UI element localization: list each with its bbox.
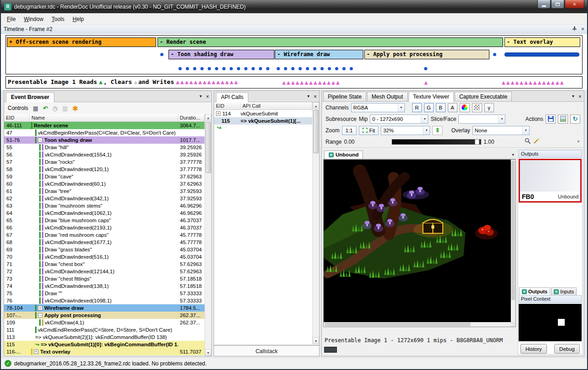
column-name[interactable]: Name (30, 114, 178, 121)
event-row[interactable]: 70vkCmdDrawIndexed(516,1)45.03704 (4, 253, 205, 261)
event-row[interactable]: 68vkCmdDrawIndexed(1677,1)45.77778 (4, 239, 205, 246)
event-row[interactable]: 60vkCmdDrawIndexed(60,1)37.62963 (4, 180, 205, 188)
event-row[interactable]: 58vkCmdDrawIndexed(120,1)37.77778 (4, 166, 205, 173)
event-row[interactable]: 59Draw "cave"37.62963 (4, 173, 205, 180)
event-row[interactable]: 109vkCmdDraw(4,1)262.37... (4, 319, 205, 326)
api-call-row[interactable]: +114vkQueueSubmit (214, 110, 312, 117)
timeline-bar-wireframe[interactable]: - Wireframe draw (275, 50, 363, 59)
write-triangles-cluster[interactable]: ▲▲▲▲▲▲▲▲▲▲▲▲▲ (282, 77, 341, 88)
callstack-section[interactable]: Callstack (214, 345, 319, 356)
expander-icon[interactable]: − (38, 313, 42, 318)
goto-resource-button[interactable]: ↻ (570, 115, 580, 124)
event-row[interactable]: 67Draw "red mushroom caps"45.77778 (4, 231, 205, 239)
event-row[interactable]: 76vkCmdDrawIndexed(1098,1)57.33333 (4, 297, 205, 304)
event-row[interactable]: 62vkCmdDrawIndexed(342,1)37.92593 (4, 195, 205, 202)
write-triangles-cluster[interactable]: ▲ (424, 77, 429, 88)
timeline-event-dot[interactable] (493, 53, 496, 56)
channels-select[interactable]: RGBA ▾ (351, 103, 405, 112)
event-row[interactable]: 78-104+Wireframe draw1784.5... (4, 304, 205, 312)
timeline-bar-render-scene[interactable]: - Render scene (158, 37, 503, 47)
column-eid[interactable]: EID (4, 114, 30, 121)
timeline-draw-dots-postproc[interactable] (424, 65, 431, 72)
timeline-bar-toon[interactable]: - Toon shading draw (168, 50, 274, 59)
event-row[interactable]: 107-...−Apply post processing262.37... (4, 312, 205, 319)
expander-icon[interactable]: + (34, 349, 38, 354)
texture-tab-unbound[interactable]: R Unbound (324, 151, 363, 159)
timeline-canvas[interactable]: + Off-screen scene rendering - Render sc… (5, 35, 583, 74)
slice-face-select[interactable]: ▾ (458, 115, 505, 124)
range-options-icon[interactable]: ▼ (577, 140, 580, 144)
save-texture-button[interactable] (546, 115, 556, 124)
menu-help[interactable]: Help (68, 14, 88, 24)
event-row[interactable]: 63Draw "mushroom stems"46.96296 (4, 202, 205, 209)
menu-file[interactable]: File (3, 14, 20, 24)
event-row[interactable]: 113=> vkQueueSubmit(2)[1]: vkEndCommandB… (4, 334, 205, 341)
timeline-draw-dots-toon[interactable] (178, 65, 273, 72)
write-triangles-cluster[interactable]: ▲▲▲▲▲▲▲▲▲▲▲▲▲▲ (176, 78, 239, 85)
zoom-select[interactable]: 32% ▾ (381, 126, 430, 135)
api-call-row[interactable]: 115=> vkQueueSubmit(1)[... (214, 117, 312, 125)
api-calls-scrollbar[interactable]: ▲ ▼ (312, 102, 319, 344)
time-durations-icon[interactable]: ◷ (52, 105, 58, 111)
event-row[interactable]: 55Draw "hill"39.25926 (4, 144, 205, 151)
panel-close-icon[interactable]: × (206, 94, 209, 100)
bookmark-icon[interactable]: ✱ (73, 105, 79, 111)
panel-menu-icon[interactable]: ▾ (572, 94, 574, 100)
event-row[interactable]: 116-...+Text overlay511.7037 (4, 348, 205, 355)
menu-tools[interactable]: Tools (47, 14, 68, 24)
browse-icon[interactable]: ▦ (33, 105, 38, 111)
debug-button[interactable]: Debug (554, 344, 580, 354)
range-slider-handle[interactable] (475, 139, 479, 145)
column-duration[interactable]: Duratio... (178, 114, 205, 121)
event-row[interactable]: 51-76−Toon shading draw1017.7... (4, 136, 205, 144)
scrollbar-thumb[interactable] (325, 323, 471, 326)
texture-image[interactable] (324, 160, 511, 322)
viewport-vscrollbar[interactable] (511, 160, 515, 322)
gamma-button[interactable]: γ (484, 103, 494, 112)
expander-icon[interactable]: − (38, 138, 42, 142)
event-row[interactable]: 74vkCmdDrawIndexed(138,1)57.18518 (4, 282, 205, 290)
range-max-value[interactable]: 1.00 (483, 139, 494, 145)
timeline-draw-dots-wireframe[interactable] (277, 65, 357, 72)
tab-event-browser[interactable]: Event Browser (6, 92, 54, 102)
fb0-preview[interactable] (520, 160, 580, 192)
event-row[interactable]: 72vkCmdDrawIndexed(12144,1)57.62963 (4, 268, 205, 275)
panel-close-icon[interactable]: × (314, 94, 317, 100)
scroll-down-icon[interactable]: ▼ (205, 349, 211, 356)
channel-g-button[interactable]: G (424, 103, 434, 112)
tab-list-icon[interactable]: ▾ (512, 152, 514, 157)
minimize-button[interactable] (537, 0, 551, 9)
event-row[interactable]: 115↪=> vkQueueSubmit(1)[0]: vkBeginComma… (4, 341, 205, 348)
timeline-text-overlay-span[interactable] (504, 52, 579, 57)
event-row[interactable]: 66vkCmdDrawIndexed(2193,1)46.37037 (4, 224, 205, 231)
stats-icon[interactable]: ▥ (62, 105, 68, 111)
overlay-select[interactable]: None ▾ (472, 126, 530, 135)
panel-menu-icon[interactable]: ▾ (307, 94, 310, 100)
channel-b-button[interactable]: B (436, 103, 446, 112)
tab-api-calls[interactable]: API Calls (216, 92, 248, 102)
scroll-down-icon[interactable]: ▼ (313, 337, 319, 344)
expander-icon[interactable]: + (38, 306, 42, 310)
write-triangles-cluster[interactable]: ▲▲▲▲▲▲▲▲▲▲▲▲▲▲ (502, 77, 565, 88)
timeline-bar-postproc[interactable]: - Apply post processing (364, 50, 489, 59)
event-row[interactable]: 57Draw "rocks"37.77778 (4, 158, 205, 166)
tab-pipeline-state[interactable]: Pipeline State (323, 92, 366, 101)
close-button[interactable]: × (565, 0, 584, 9)
event-row[interactable]: 111vkCmdEndRenderPass(C=Store, D=Store, … (4, 326, 205, 334)
event-row[interactable]: 56vkCmdDrawIndexed(1554,1)39.25926 (4, 151, 205, 158)
channel-a-button[interactable]: A (448, 103, 457, 112)
tab-capture-executable[interactable]: Capture Executable (455, 92, 512, 101)
event-row[interactable]: 64vkCmdDrawIndexed(1062,1)46.96296 (4, 209, 205, 217)
range-slider[interactable] (392, 139, 481, 145)
event-row[interactable]: 75Draw ""57.33333 (4, 290, 205, 297)
column-eid[interactable]: EID (214, 102, 241, 109)
background-checker-button[interactable] (472, 103, 482, 112)
scroll-up-icon[interactable]: ▲ (313, 102, 319, 109)
event-browser-scrollbar[interactable]: ▲ ▼ (205, 114, 211, 356)
timeline-bar-offscreen[interactable]: + Off-screen scene rendering (7, 37, 156, 47)
texture-viewport[interactable] (323, 159, 516, 327)
timeline-event-dot[interactable] (160, 53, 163, 56)
column-api-call[interactable]: API Call (241, 102, 312, 109)
zoom-range-icon[interactable] (525, 138, 531, 146)
timeline-resource-usage[interactable]: Presentable Image 1 Reads▲, Clears▲and W… (5, 76, 583, 89)
